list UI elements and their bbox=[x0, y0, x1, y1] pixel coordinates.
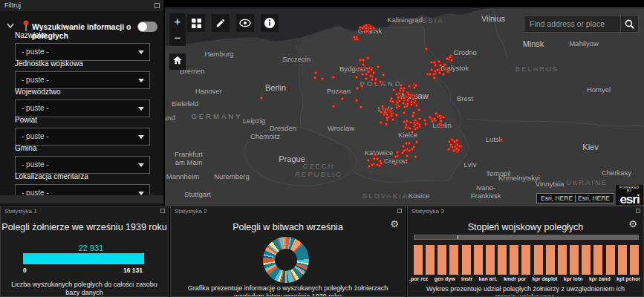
casualty-point[interactable] bbox=[409, 103, 413, 107]
select-nazwisko[interactable]: - puste - bbox=[15, 43, 150, 61]
casualty-point[interactable] bbox=[446, 71, 450, 74]
casualty-point[interactable] bbox=[429, 68, 433, 72]
rank-bar[interactable] bbox=[474, 245, 483, 275]
casualty-point[interactable] bbox=[455, 138, 458, 142]
casualty-point[interactable] bbox=[407, 142, 411, 146]
casualty-point[interactable] bbox=[355, 76, 359, 79]
casualty-point[interactable] bbox=[365, 56, 369, 60]
casualty-point[interactable] bbox=[438, 71, 442, 74]
casualty-point[interactable] bbox=[389, 111, 393, 115]
casualty-point[interactable] bbox=[373, 157, 377, 160]
casualty-point[interactable] bbox=[402, 111, 406, 115]
casualty-point[interactable] bbox=[406, 154, 409, 157]
casualty-point[interactable] bbox=[431, 119, 435, 123]
casualty-point[interactable] bbox=[331, 75, 335, 79]
casualty-point[interactable] bbox=[374, 153, 377, 157]
casualty-point[interactable] bbox=[412, 86, 416, 90]
casualty-point[interactable] bbox=[363, 30, 367, 33]
rank-bar[interactable] bbox=[521, 245, 530, 275]
rank-bar[interactable] bbox=[486, 245, 495, 275]
rank-bar[interactable] bbox=[449, 245, 458, 275]
casualty-point[interactable] bbox=[411, 114, 414, 118]
casualty-point[interactable] bbox=[432, 73, 435, 76]
casualty-point[interactable] bbox=[391, 88, 395, 92]
casualty-point[interactable] bbox=[382, 73, 386, 76]
chart-scrollbar-thumb[interactable] bbox=[415, 235, 458, 239]
casualty-point[interactable] bbox=[357, 66, 360, 70]
zoom-out-button[interactable]: − bbox=[169, 30, 186, 46]
casualty-point[interactable] bbox=[499, 138, 503, 142]
maximize-icon[interactable] bbox=[397, 209, 402, 213]
casualty-point[interactable] bbox=[412, 146, 416, 149]
casualty-point[interactable] bbox=[359, 58, 362, 62]
casualty-point[interactable] bbox=[379, 121, 383, 125]
rank-bar[interactable] bbox=[498, 245, 507, 275]
rank-bar[interactable] bbox=[426, 245, 435, 275]
casualty-point[interactable] bbox=[340, 97, 344, 100]
casualty-point[interactable] bbox=[399, 83, 403, 87]
casualty-point[interactable] bbox=[360, 73, 364, 76]
rank-bar[interactable] bbox=[630, 245, 639, 275]
casualty-point[interactable] bbox=[402, 96, 406, 99]
zoom-in-button[interactable]: + bbox=[169, 13, 186, 30]
select-jednostka-wojskowa[interactable]: - puste - bbox=[15, 71, 150, 89]
casualty-point[interactable] bbox=[313, 76, 317, 80]
casualty-point[interactable] bbox=[401, 151, 405, 155]
rank-bar-chart[interactable] bbox=[414, 245, 639, 275]
casualty-point[interactable] bbox=[403, 126, 407, 130]
casualty-point[interactable] bbox=[371, 163, 374, 166]
rank-bar[interactable] bbox=[570, 245, 579, 275]
search-button[interactable] bbox=[621, 15, 639, 33]
casualty-point[interactable] bbox=[433, 60, 437, 64]
casualty-point[interactable] bbox=[438, 60, 441, 64]
layer-list-button[interactable] bbox=[236, 14, 254, 32]
casualty-point[interactable] bbox=[407, 93, 411, 97]
casualty-point[interactable] bbox=[370, 78, 374, 82]
casualty-point[interactable] bbox=[458, 144, 462, 148]
casualty-point[interactable] bbox=[424, 47, 428, 50]
casualty-point[interactable] bbox=[442, 72, 446, 76]
casualty-point[interactable] bbox=[313, 71, 317, 75]
rank-bar[interactable] bbox=[582, 245, 591, 275]
casualty-point[interactable] bbox=[367, 159, 371, 163]
casualty-point[interactable] bbox=[371, 26, 375, 30]
casualty-point[interactable] bbox=[443, 68, 447, 71]
casualty-point[interactable] bbox=[368, 74, 372, 78]
casualty-point[interactable] bbox=[443, 63, 446, 67]
draw-button[interactable] bbox=[212, 14, 230, 32]
casualty-point[interactable] bbox=[259, 96, 263, 99]
maximize-icon[interactable] bbox=[155, 3, 160, 8]
casualty-point[interactable] bbox=[385, 122, 388, 125]
casualty-point[interactable] bbox=[447, 140, 451, 144]
casualty-point[interactable] bbox=[394, 155, 398, 159]
casualty-point[interactable] bbox=[408, 126, 412, 130]
casualty-point[interactable] bbox=[332, 105, 336, 108]
info-button[interactable] bbox=[261, 14, 279, 32]
casualty-point[interactable] bbox=[379, 162, 383, 166]
casualty-point[interactable] bbox=[438, 64, 442, 68]
casualty-point[interactable] bbox=[415, 140, 419, 143]
maximize-icon[interactable] bbox=[160, 209, 165, 213]
casualty-point[interactable] bbox=[355, 37, 359, 41]
casualty-point[interactable] bbox=[407, 84, 411, 88]
casualty-point[interactable] bbox=[339, 91, 342, 94]
casualty-point[interactable] bbox=[446, 147, 450, 151]
casualty-point[interactable] bbox=[370, 68, 374, 71]
casualty-point[interactable] bbox=[389, 97, 393, 100]
casualty-point[interactable] bbox=[365, 66, 369, 70]
rank-bar[interactable] bbox=[546, 245, 555, 275]
casualty-point[interactable] bbox=[423, 123, 427, 126]
casualty-point[interactable] bbox=[405, 158, 409, 162]
rank-bar[interactable] bbox=[618, 245, 627, 275]
casualty-point[interactable] bbox=[394, 114, 398, 117]
filter-panel-header[interactable]: Filtruj bbox=[0, 0, 163, 11]
casualty-point[interactable] bbox=[440, 119, 443, 123]
search-input[interactable] bbox=[524, 15, 621, 33]
casualty-point[interactable] bbox=[399, 87, 403, 91]
casualty-point[interactable] bbox=[395, 106, 399, 110]
casualty-point[interactable] bbox=[378, 80, 382, 84]
casualty-point[interactable] bbox=[393, 162, 397, 166]
casualty-point[interactable] bbox=[359, 105, 362, 109]
basemap-gallery-button[interactable] bbox=[187, 14, 205, 32]
casualty-point[interactable] bbox=[446, 56, 449, 60]
